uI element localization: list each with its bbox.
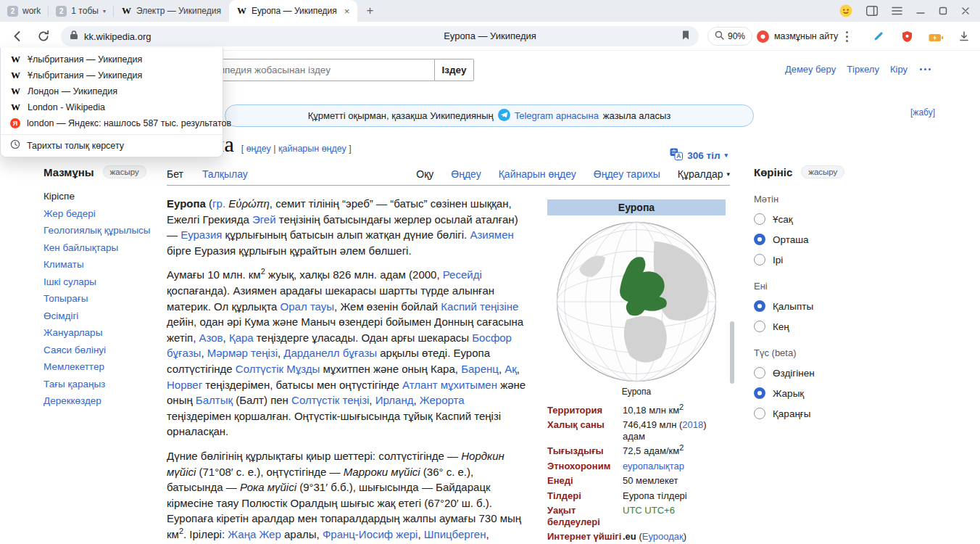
toc-item[interactable]: Климаты: [43, 259, 167, 271]
magnifier-icon: [715, 30, 724, 42]
language-icon: A: [670, 148, 683, 162]
maximize-icon[interactable]: [939, 7, 947, 15]
tab-europa-active[interactable]: W Еуропа — Уикипедия ×: [229, 0, 358, 22]
login-link[interactable]: Кіру: [890, 64, 908, 75]
chevron-down-icon: ▾: [724, 152, 728, 159]
radio-option-text-standard[interactable]: Орташа: [754, 234, 864, 245]
tab-group-count-badge: 2: [7, 6, 18, 17]
suggestion-text: Ұлыбритания — Уикипедия: [28, 54, 142, 65]
address-bar[interactable]: kk.wikipedia.org: [61, 26, 699, 46]
telegram-channel-link[interactable]: Telegram арнасына: [515, 110, 599, 121]
sitenotice-banner: Құрметті оқырман, қазақша Уикипедияның T…: [225, 104, 754, 127]
tab-group-work[interactable]: 2 work: [0, 0, 48, 22]
back-icon[interactable]: [10, 29, 25, 46]
radio-option-color-light[interactable]: Жарық: [754, 387, 864, 399]
radio-icon[interactable]: [754, 213, 765, 225]
radio-option-width-standard[interactable]: Қалыпты: [754, 300, 864, 312]
toc-item[interactable]: Кіріспе: [43, 191, 167, 202]
tools-label: Құралдар: [678, 168, 723, 180]
language-selector[interactable]: A 306 тіл ▾: [670, 148, 728, 162]
yandex-search-icon: Я: [10, 118, 20, 128]
tab-close-icon[interactable]: ×: [344, 6, 350, 17]
radio-selected-icon[interactable]: [754, 300, 765, 312]
tab-edit-source[interactable]: Қайнарын өңдеу: [499, 168, 576, 180]
europe-globe-image[interactable]: [547, 215, 726, 387]
toc-item[interactable]: Топырағы: [43, 293, 167, 305]
appearance-title: Көрініс: [754, 166, 792, 178]
toc-item[interactable]: Жануарлары: [43, 327, 167, 339]
toc-item[interactable]: Ішкі сулары: [43, 276, 167, 288]
radio-option-text-large[interactable]: Ірі: [754, 254, 864, 265]
register-link[interactable]: Тіркелу: [847, 64, 879, 75]
page-tabs: Бет Талқылау Оқу Өңдеу Қайнарын өңдеу Өң…: [167, 164, 730, 186]
toc-item[interactable]: Мемлекеттер: [43, 361, 167, 373]
toc-item[interactable]: Саяси бөлінуі: [43, 345, 167, 356]
suggestion-item[interactable]: W Лондон — Уикипедия: [1, 83, 223, 99]
show-full-history-item[interactable]: Тарихты толық көрсету: [1, 134, 223, 153]
more-options-icon[interactable]: [846, 31, 848, 33]
toc-title: Мазмұны: [43, 166, 94, 178]
suggestion-item[interactable]: Я london — Яндекс: нашлось 587 тыс. резу…: [1, 115, 223, 131]
toc-hide-button[interactable]: жасыру: [103, 165, 146, 178]
url-text: kk.wikipedia.org: [84, 31, 151, 42]
toc-item[interactable]: Кен байлықтары: [43, 242, 167, 254]
suggestion-item[interactable]: W Ұлыбритания — Уикипедия: [1, 51, 223, 67]
radio-option-color-dark[interactable]: Қараңғы: [754, 408, 864, 419]
close-icon[interactable]: [961, 7, 970, 15]
new-tab-button[interactable]: +: [357, 4, 382, 18]
tab-history[interactable]: Өңдеу тарихы: [594, 168, 660, 180]
search-button[interactable]: Іздеу: [435, 59, 474, 81]
minimize-icon[interactable]: [916, 7, 925, 15]
menu-icon[interactable]: [892, 7, 902, 15]
side-panel-icon[interactable]: [866, 6, 878, 16]
toc-item[interactable]: Тағы қараңыз: [43, 379, 167, 390]
tab-talk[interactable]: Талқылау: [202, 168, 248, 180]
donate-link[interactable]: Демеу беру: [785, 64, 836, 75]
radio-option-width-wide[interactable]: Кең: [754, 321, 864, 332]
radio-icon[interactable]: [754, 367, 765, 379]
yandex-plus-icon[interactable]: [839, 4, 852, 17]
tab-bar: 2 work 2 1 тобы ▾ W Электр — Уикипедия W…: [0, 0, 980, 22]
toc-item[interactable]: Жер бедері: [43, 208, 167, 220]
tab-read[interactable]: Оқу: [416, 168, 433, 180]
infobox-row: Енеді 50 мемлекет: [547, 474, 726, 489]
tab-page[interactable]: Бет: [167, 168, 183, 180]
suggestion-item[interactable]: W Ұлыбритания — Уикипедия: [1, 67, 223, 83]
radio-selected-icon[interactable]: [754, 234, 765, 245]
read-aloud-button[interactable]: мазмұнын айту: [757, 27, 838, 46]
banner-text: жазыла аласыз: [603, 110, 670, 121]
reload-icon[interactable]: [36, 29, 51, 46]
browser-window: 2 work 2 1 тобы ▾ W Электр — Уикипедия W…: [0, 0, 980, 544]
edit-pencil-icon[interactable]: [873, 30, 884, 45]
title-edit-links[interactable]: [ өңдеу | қайнарын өңдеу ]: [241, 144, 352, 154]
tab-electr[interactable]: W Электр — Уикипедия: [114, 0, 229, 22]
toolbar: kk.wikipedia.org Еуропа — Уикипедия 90% …: [0, 22, 980, 51]
adblock-shield-icon[interactable]: [902, 30, 913, 46]
downloads-icon[interactable]: [958, 30, 970, 45]
toc-item[interactable]: Геологиялық құрылысы: [43, 225, 167, 236]
battery-saver-icon[interactable]: [929, 32, 944, 45]
tools-menu[interactable]: Құралдар ▾: [678, 168, 730, 180]
appearance-hide-button[interactable]: жасыру: [801, 165, 844, 178]
more-user-links-icon[interactable]: [918, 65, 932, 73]
radio-option-color-auto[interactable]: Өздігінен: [754, 367, 864, 379]
radio-option-text-small[interactable]: Ұсақ: [754, 213, 864, 225]
zoom-control[interactable]: 90%: [707, 27, 752, 46]
toc-item[interactable]: Өсімдігі: [43, 310, 167, 322]
toc-item[interactable]: Дереккөздер: [43, 395, 167, 407]
wikipedia-favicon-icon: W: [10, 102, 21, 113]
address-suggestions-dropdown: W Ұлыбритания — Уикипедия W Ұлыбритания …: [0, 48, 223, 157]
infobox-row: Территория 10,18 млн км2: [547, 403, 726, 418]
suggestion-item[interactable]: W London - Wikipedia: [1, 99, 223, 115]
tab-group-label: 1 тобы: [71, 6, 99, 16]
radio-icon[interactable]: [754, 254, 765, 265]
radio-selected-icon[interactable]: [754, 387, 765, 399]
suggestion-text: London - Wikipedia: [28, 102, 105, 112]
radio-icon[interactable]: [754, 321, 765, 332]
tab-group-1-toby[interactable]: 2 1 тобы ▾: [49, 0, 113, 22]
scrollbar-thumb[interactable]: [730, 321, 734, 384]
tab-edit[interactable]: Өңдеу: [451, 168, 481, 180]
radio-icon[interactable]: [754, 408, 765, 419]
bookmark-icon[interactable]: [681, 30, 690, 44]
banner-close-link[interactable]: [жабу]: [910, 107, 935, 118]
